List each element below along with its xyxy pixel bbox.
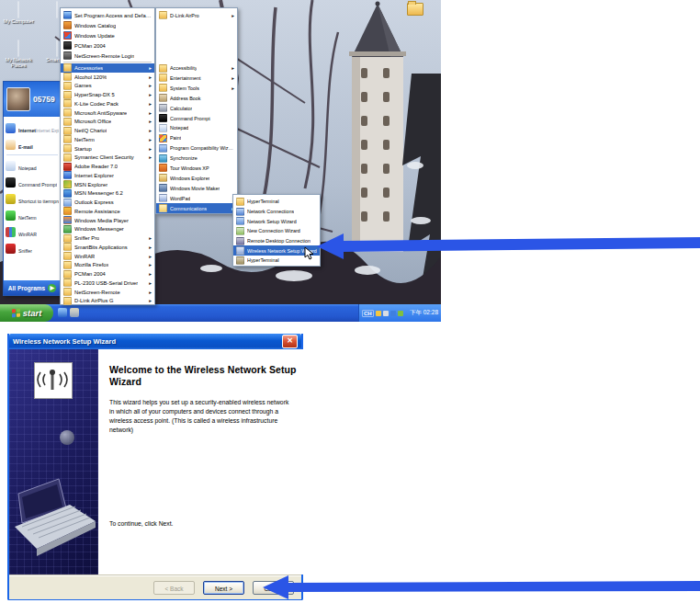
menu-item-tour-windows-xp[interactable]: Tour Windows XP [156, 164, 237, 174]
pinned-item-internet[interactable]: InternetInternet Explorer [6, 119, 59, 136]
menu-item-command-prompt[interactable]: Command Prompt [156, 113, 237, 123]
menu-item-internet-explorer[interactable]: Internet Explorer [61, 171, 154, 180]
menu-item-k-lite-codec-pack[interactable]: K-Lite Codec Pack▸ [61, 99, 154, 108]
menu-item-adobe-reader-7-0[interactable]: Adobe Reader 7.0 [61, 162, 154, 171]
menu-item-label: Alcohol 120% [74, 74, 107, 80]
menu-item-paint[interactable]: Paint [156, 133, 237, 143]
menu-item-winrar[interactable]: WinRAR▸ [61, 252, 154, 261]
back-button[interactable]: < Back [153, 581, 195, 595]
menu-item-d-link-airplus-g[interactable]: D-Link AirPlus G▸ [61, 297, 154, 306]
menu-item-netscreen-remote-login[interactable]: NetScreen-Remote Login [61, 51, 154, 61]
my-computer-icon [17, 1, 19, 18]
menu-item-windows-messenger[interactable]: Windows Messenger [61, 225, 154, 234]
menu-item-symantec-client-security[interactable]: Symantec Client Security▸ [61, 154, 154, 163]
tray-volume-icon[interactable] [390, 311, 396, 316]
submenu-arrow-icon: ▸ [149, 146, 152, 152]
start-button[interactable]: start [0, 304, 53, 322]
pinned-item-sniffer[interactable]: Sniffer [6, 240, 59, 256]
menu-item-pcman-2004[interactable]: PCMan 2004 [61, 40, 154, 51]
quicklaunch-show-desktop-icon[interactable] [70, 308, 79, 317]
menu-item-system-tools[interactable]: System Tools▸ [156, 83, 237, 93]
menu-item-msn-explorer[interactable]: MSN Explorer [61, 180, 154, 189]
menu-item-netterm[interactable]: NetTerm▸ [61, 135, 154, 144]
pinned-item-e-mail[interactable]: E-mail [6, 136, 59, 153]
cancel-button[interactable]: Cancel [253, 581, 294, 595]
menu-item-netscreen-remote[interactable]: NetScreen-Remote▸ [61, 288, 154, 297]
menu-item-smartbits-applications[interactable]: SmartBits Applications▸ [61, 243, 154, 252]
menu-item-accessories[interactable]: Accessories▸ [61, 63, 154, 73]
menu-item-remote-assistance[interactable]: Remote Assistance [61, 207, 154, 216]
menu-item-hypersnap-dx-5[interactable]: HyperSnap-DX 5▸ [61, 90, 154, 99]
tray-network-icon[interactable] [383, 311, 389, 316]
menu-item-label: Paint [170, 135, 181, 141]
dialog-titlebar[interactable]: Wireless Network Setup Wizard ✕ [9, 334, 301, 349]
menu-item-games[interactable]: Games▸ [61, 82, 154, 91]
wireless-setup-wizard-dialog: Wireless Network Setup Wizard ✕ [7, 334, 303, 600]
desktop-icon-my-network-places[interactable]: My Network Places [0, 40, 37, 68]
menu-item-set-program-access-and-defaults[interactable]: Set Program Access and Defaults [61, 10, 154, 20]
menu-item-pl-2303-usb-serial-driver[interactable]: PL-2303 USB-Serial Driver▸ [61, 279, 154, 288]
menu-item-new-connection-wizard[interactable]: New Connection Wizard [233, 226, 320, 236]
menu-item-network-connections[interactable]: Network Connections [233, 207, 320, 217]
accessories-submenu: D-Link AirPro▸ Accessibility▸Entertainme… [155, 7, 238, 214]
menu-item-startup[interactable]: Startup▸ [61, 144, 154, 154]
menu-item-synchronize[interactable]: Synchronize [156, 154, 237, 164]
folder-icon [63, 73, 72, 81]
remote-assistance-icon [63, 207, 72, 215]
menu-item-d-link-airpro[interactable]: D-Link AirPro▸ [156, 9, 237, 21]
pinned-item-winrar[interactable]: WinRAR [6, 223, 59, 240]
menu-item-calculator[interactable]: Calculator [156, 103, 237, 113]
menu-item-network-setup-wizard[interactable]: Network Setup Wizard [233, 216, 320, 226]
menu-item-wordpad[interactable]: WordPad [156, 193, 237, 203]
menu-item-remote-desktop-connection[interactable]: Remote Desktop Connection [233, 236, 320, 246]
next-button[interactable]: Next > [203, 581, 244, 595]
menu-item-program-compatibility-wizard[interactable]: Program Compatibility Wizard [156, 143, 237, 154]
menu-item-label: Set Program Access and Defaults [74, 13, 152, 18]
menu-item-sniffer-pro[interactable]: Sniffer Pro▸ [61, 233, 154, 243]
menu-item-mozilla-firefox[interactable]: Mozilla Firefox▸ [61, 261, 154, 270]
menu-item-netiq-chariot[interactable]: NetIQ Chariot▸ [61, 126, 154, 135]
submenu-arrow-icon: ▸ [231, 85, 234, 91]
menu-item-communications[interactable]: Communications▸ [156, 203, 237, 213]
menu-item-windows-movie-maker[interactable]: Windows Movie Maker [156, 183, 237, 193]
tray-shield-icon[interactable] [376, 311, 381, 316]
desktop-icon-folder[interactable] [401, 3, 429, 16]
menu-item-windows-catalog[interactable]: Windows Catalog [61, 20, 154, 30]
start-menu-user-band: 05759 [4, 82, 61, 117]
folder-icon [63, 99, 72, 108]
new-connection-icon [236, 227, 244, 235]
taskbar-clock[interactable]: 下午 02:28 [410, 309, 438, 317]
all-programs-button[interactable]: All Programs ▶ [4, 280, 61, 295]
menu-item-label: Entertainment [170, 75, 201, 81]
close-button[interactable]: ✕ [282, 335, 298, 348]
pinned-item-netterm[interactable]: NetTerm [6, 207, 59, 223]
menu-item-pcman-2004[interactable]: PCMan 2004▸ [61, 269, 154, 279]
menu-item-label: NetScreen-Remote [74, 290, 120, 295]
menu-item-outlook-express[interactable]: Outlook Express [61, 198, 154, 207]
menu-item-hyperterminal[interactable]: HyperTerminal [233, 197, 320, 207]
menu-item-alcohol-120[interactable]: Alcohol 120%▸ [61, 73, 154, 82]
menu-item-entertainment[interactable]: Entertainment▸ [156, 74, 237, 84]
menu-item-windows-update[interactable]: Windows Update [61, 30, 154, 40]
menu-item-label: System Tools [170, 85, 199, 91]
pinned-item-shortcut-to-ttermpro[interactable]: Shortcut to ttermpro [6, 190, 59, 207]
folder-icon [63, 144, 72, 153]
menu-item-notepad[interactable]: Notepad [156, 123, 237, 133]
menu-item-accessibility[interactable]: Accessibility▸ [156, 63, 237, 74]
pinned-item-label: Command Prompt [18, 182, 57, 188]
menu-item-msn-messenger-6-2[interactable]: MSN Messenger 6.2 [61, 189, 154, 199]
quicklaunch-ie-icon[interactable] [58, 308, 67, 317]
tray-wireless-icon[interactable] [398, 311, 403, 316]
language-indicator[interactable]: CH [362, 310, 374, 317]
menu-item-label: NetIQ Chariot [74, 128, 107, 133]
menu-item-microsoft-office[interactable]: Microsoft Office▸ [61, 118, 154, 127]
submenu-arrow-icon: ▸ [149, 298, 152, 303]
menu-item-address-book[interactable]: Address Book [156, 93, 237, 103]
menu-item-microsoft-antispyware[interactable]: Microsoft AntiSpyware▸ [61, 108, 154, 118]
menu-item-windows-explorer[interactable]: Windows Explorer [156, 173, 237, 183]
pinned-item-notepad[interactable]: Notepad [6, 157, 59, 174]
menu-item-label: Mozilla Firefox [74, 262, 108, 267]
menu-item-windows-media-player[interactable]: Windows Media Player [61, 216, 154, 225]
desktop-icon-my-computer[interactable]: My Computer [0, 2, 37, 24]
pinned-item-command-prompt[interactable]: Command Prompt [6, 174, 59, 190]
